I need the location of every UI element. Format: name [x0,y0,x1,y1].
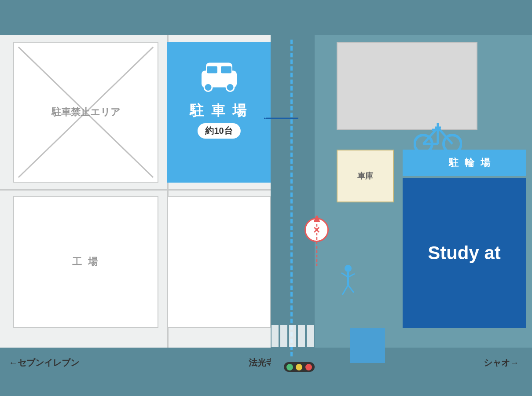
svg-point-22 [345,265,352,272]
traffic-light [284,362,315,372]
svg-rect-7 [221,66,231,73]
green-light [286,364,293,370]
bicycle-parking-label: 駐 輪 場 [449,156,492,169]
parking-title: 駐 車 場 [190,101,249,121]
svg-line-27 [348,285,354,293]
crosswalk [272,325,314,347]
red-arrow-path [306,216,328,268]
empty-zone [167,196,271,328]
svg-line-26 [342,285,348,295]
svg-rect-30 [289,325,296,347]
grid-line-horizontal [0,189,271,191]
garage: 車庫 [337,150,394,202]
svg-line-25 [348,274,355,277]
street-label-right: シャオ→ [484,357,519,369]
study-at-building: Study at [403,178,526,328]
car-icon [197,57,241,92]
svg-line-24 [341,273,348,277]
red-light [305,364,312,370]
street-label-left: ←セブンイレブン [9,357,79,369]
pedestrian-icon [337,264,359,299]
road-top [0,0,532,35]
garage-label: 車庫 [357,171,373,181]
parking-capacity-badge: 約10台 [197,123,240,139]
dashed-path [290,40,293,356]
svg-rect-6 [207,66,217,73]
road-bottom: 法光寺町 シャオ→ ←セブンイレブン [0,348,532,396]
parking-lot: 駐 車 場 約10台 [167,42,271,183]
yellow-light [296,364,302,370]
bicycle-parking: 駐 輪 場 [403,150,526,176]
study-at-label: Study at [428,242,501,264]
map-container: 法光寺町 シャオ→ ←セブンイレブン 駐車禁止エリア 駐 車 場 約10台 工 … [0,0,532,396]
svg-point-5 [226,84,234,92]
small-entrance-block [350,328,385,363]
factory-label: 工 場 [72,255,99,268]
svg-rect-29 [280,325,287,347]
no-parking-label: 駐車禁止エリア [51,106,121,119]
svg-rect-31 [298,325,305,347]
no-parking-zone: 駐車禁止エリア [13,42,158,183]
parking-arrow [264,111,299,126]
svg-point-4 [204,84,212,92]
svg-rect-28 [272,325,279,347]
factory-zone: 工 場 [13,196,158,328]
right-area: 車庫 駐 輪 場 Study at [315,35,532,348]
svg-rect-32 [307,325,314,347]
